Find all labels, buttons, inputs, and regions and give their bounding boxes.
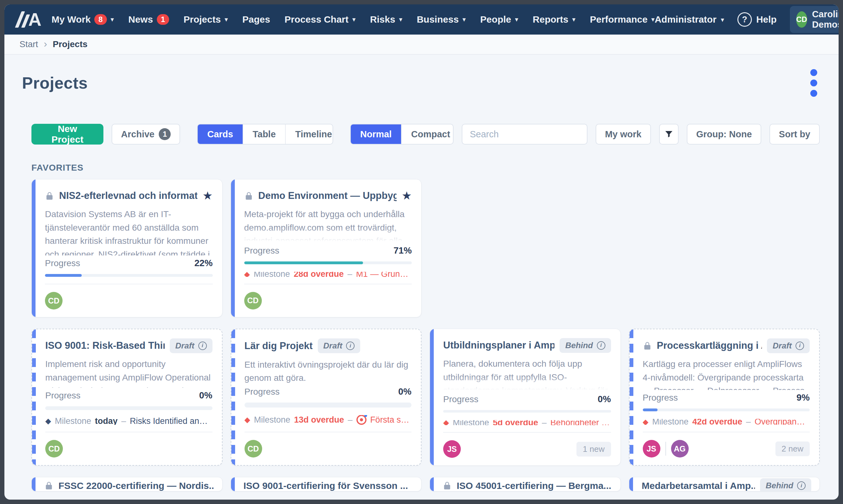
filter-button[interactable] [659,124,679,145]
card-accent-bar [629,477,633,491]
milestone-diamond-icon: ◆ [643,419,648,425]
avatar: CD [796,11,807,28]
avatar[interactable]: JS [443,440,461,458]
info-icon[interactable]: i [198,342,207,350]
app-logo[interactable]: A [18,11,41,28]
lock-icon [45,191,54,200]
nav-item-pages[interactable]: Pages [243,14,270,25]
lock-icon [44,481,53,490]
project-card[interactable]: Utbildningsplaner i Ampl...BehindiPlaner… [430,329,621,466]
nav-item-business[interactable]: Business▾ [417,14,466,25]
info-icon[interactable]: i [597,341,605,350]
nav-label: Business [417,14,459,25]
status-badge-label: Behind [766,481,793,490]
project-card[interactable]: Demo Environment — Uppbyggn...★Meta-proj… [231,179,422,317]
milestone-separator: – [542,420,546,425]
user-menu[interactable]: CD Carolina Demosson ▾ [790,6,839,33]
milestone-title: M1 — Grundrensning kla... [356,272,412,277]
milestone-row: ◆Milestonetoday–Risks Identified and Ass… [45,418,213,425]
nav-label: Reports [533,14,568,25]
avatar[interactable]: CD [45,440,63,457]
nav-item-news[interactable]: News1 [128,14,169,25]
milestone-diamond-icon: ◆ [245,416,250,424]
info-icon[interactable]: i [797,481,806,490]
project-title: NIS2-efterlevnad och informatio... [59,190,197,201]
nav-item-reports[interactable]: Reports▾ [533,14,575,25]
project-card[interactable]: NIS2-efterlevnad och informatio...★Datav… [32,179,222,317]
nav-label: Projects [183,14,221,25]
funnel-icon [664,129,674,139]
avatar[interactable]: AG [671,440,689,457]
density-normal-tab[interactable]: Normal [351,124,401,144]
view-timeline-tab[interactable]: Timeline [285,124,333,144]
nav-item-people[interactable]: People▾ [480,14,518,25]
lock-icon [443,481,452,490]
help-button[interactable]: ?Help [737,12,777,27]
info-icon[interactable]: i [795,342,804,350]
kebab-menu-button[interactable] [808,67,820,99]
app-window: A My Work8▾ News1 Projects▾ Pages Proces… [4,4,839,500]
group-by-button[interactable]: Group: None [687,124,761,145]
project-title: Utbildningsplaner i Ampl... [443,340,554,351]
toolbar: New Project Archive 1 Cards Table Timeli… [32,124,820,145]
card-accent-bar [231,329,235,465]
project-card[interactable]: Lär dig ProjektDraftiEtt interaktivt övn… [231,329,422,466]
avatar[interactable]: CD [244,292,262,309]
favorite-star-icon[interactable]: ★ [402,190,412,201]
help-label: Help [756,14,777,25]
progress-bar-fill [643,409,658,412]
project-card[interactable]: ISO 9001-certifiering för Svensson ... [231,477,422,491]
project-card[interactable]: ISO 9001: Risk-Based Think...DraftiImple… [32,329,222,466]
milestone-title: Första stegen klara! [370,415,411,425]
project-description: Datavision Systems AB är en IT-tjänstele… [45,208,213,255]
milestone-title: Risks Identified and Assessed [130,418,212,425]
progress-bar [45,274,213,277]
density-compact-tab[interactable]: Compact [401,124,453,144]
progress-value: 0% [398,386,411,397]
view-cards-tab[interactable]: Cards [198,124,243,144]
project-title: FSSC 22000-certifiering — Nordis... [58,481,214,491]
desktop-background: A My Work8▾ News1 Projects▾ Pages Proces… [0,0,843,504]
nav-item-performance[interactable]: Performance▾ [590,14,655,25]
new-project-button[interactable]: New Project [32,124,103,145]
favorite-star-icon[interactable]: ★ [202,190,213,201]
avatar[interactable]: CD [45,292,62,309]
avatar[interactable]: CD [245,440,262,457]
sort-by-button[interactable]: Sort by [769,124,820,145]
info-icon[interactable]: i [346,342,355,350]
project-card[interactable]: ISO 45001-certifiering — Bergma... [430,477,621,491]
milestone-due: 13d overdue [294,415,344,425]
milestone-row: ◆Milestone28d overdue–M1 — Grundrensning… [244,272,412,277]
my-work-filter-button[interactable]: My work [596,124,651,145]
nav-item-administrator[interactable]: Administrator▾ [655,14,724,25]
view-table-tab[interactable]: Table [243,124,285,144]
chevron-down-icon: ▾ [572,16,575,23]
avatar[interactable]: JS [643,440,660,457]
progress-bar [643,409,810,412]
progress-label: Progress [245,387,280,397]
nav-item-risks[interactable]: Risks▾ [370,14,402,25]
archive-button[interactable]: Archive 1 [112,124,180,145]
milestone-label: Milestone [453,420,489,425]
project-card[interactable]: Medarbetarsamtal i Amp...Behindi [629,477,820,491]
logo-letter: A [28,11,41,28]
nav-label: My Work [52,14,91,25]
nav-item-projects[interactable]: Projects▾ [183,14,228,25]
breadcrumb-start[interactable]: Start [19,39,38,49]
project-title: Lär dig Projekt [245,340,313,352]
project-description: Meta-projekt för att bygga och underhåll… [244,208,412,243]
nav-item-process-chart[interactable]: Process Chart▾ [285,14,356,25]
user-name: Carolina Demosson [812,9,839,30]
chevron-down-icon: ▾ [721,16,724,23]
search-input[interactable] [462,124,588,145]
nav-item-my-work[interactable]: My Work8▾ [52,14,114,25]
chevron-down-icon: ▾ [399,16,402,23]
card-header: ISO 9001: Risk-Based Think...Drafti [45,339,213,353]
nav-label: Performance [590,14,647,25]
avatar-divider [665,442,666,456]
project-card[interactable]: Processkartläggning i A...DraftiKartlägg… [629,329,820,466]
milestone-row: ◆Milestone5d overdue–Behörigheter och in… [443,420,611,425]
help-icon: ? [737,12,752,27]
nav-label: Process Chart [285,14,348,25]
project-card[interactable]: FSSC 22000-certifiering — Nordis... [32,477,222,491]
